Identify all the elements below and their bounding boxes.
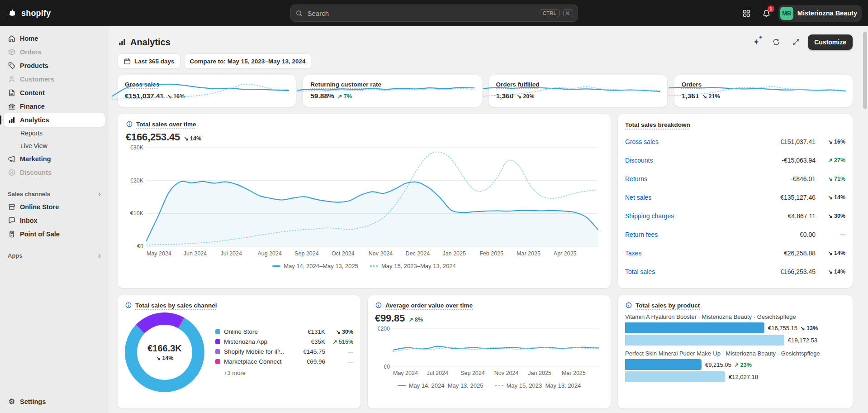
metric-card-orders-fulfilled[interactable]: Orders fulfilled 1,360 ↘ 20% [489, 75, 667, 107]
apps-header[interactable]: Apps › [4, 249, 105, 262]
breakdown-link[interactable]: Taxes [625, 250, 784, 257]
search-input[interactable] [307, 9, 536, 18]
date-range-button[interactable]: Last 365 days [118, 53, 180, 69]
sidebar-item-products[interactable]: Products [4, 59, 105, 72]
legend-label: May 15, 2023–May 13, 2024 [507, 382, 581, 389]
sidebar-item-inbox[interactable]: Inbox [4, 214, 105, 227]
card-title-row: Average order value over time [375, 302, 603, 309]
sidebar-item-label: Content [20, 89, 45, 96]
sidebar-item-orders[interactable]: Orders [4, 45, 105, 59]
breakdown-link[interactable]: Discounts [625, 157, 782, 164]
sidebar-item-settings[interactable]: ⚙ Settings [4, 395, 105, 408]
notifications-button[interactable]: 1 [759, 5, 775, 21]
donut-change: ↘ 14% [156, 355, 174, 361]
refresh-compare-button[interactable] [768, 34, 784, 50]
sidebar-item-finance[interactable]: Finance [4, 100, 105, 113]
product-bar-current[interactable] [625, 322, 764, 333]
breakdown-row: Returns -€846.01 ↘ 71% [625, 169, 845, 188]
average-order-value-card: Average order value over time €99.85 ↗ 8… [368, 295, 611, 408]
page-scrollbar[interactable] [863, 28, 867, 411]
product-bar-previous[interactable] [625, 335, 784, 346]
page-actions: Customize [748, 34, 853, 50]
metric-card-returning-customer-rate[interactable]: Returning customer rate 59.88% ↗ 7% [303, 75, 481, 107]
breakdown-link[interactable]: Net sales [625, 194, 780, 201]
breakdown-change: — [816, 231, 845, 238]
sidebar-item-live-view[interactable]: Live View [4, 139, 105, 152]
sidebar-item-reports[interactable]: Reports [4, 127, 105, 139]
metric-card-orders[interactable]: Orders 1,361 ↘ 21% [674, 75, 853, 107]
global-search[interactable]: CTRL K [290, 5, 578, 22]
sidebar-item-label: Online Store [20, 203, 59, 211]
new-feature-dot [759, 35, 763, 39]
sidebar-nav: Home Orders Products Customers Content F… [4, 32, 105, 262]
sidebar-item-home[interactable]: Home [4, 32, 105, 45]
shopify-logo[interactable]: shopify [0, 8, 109, 18]
chat-icon [8, 216, 16, 225]
breakdown-row: Net sales €135,127.46 ↘ 14% [625, 188, 845, 206]
fullscreen-button[interactable] [788, 34, 804, 50]
compare-button[interactable]: Compare to: May 15, 2023–May 13, 2024 [184, 53, 312, 69]
store-menu[interactable]: MB Misteriozna Beauty [778, 5, 862, 22]
section-title: Apps [8, 252, 23, 259]
info-icon[interactable] [125, 302, 132, 309]
donut-center: €166.3K ↘ 14% [137, 325, 192, 380]
product-bar-row: €19,172.53 [625, 335, 845, 346]
channel-value: €35K [311, 338, 325, 345]
gear-icon: ⚙ [8, 398, 16, 405]
sidebar-item-label: Analytics [20, 116, 49, 124]
product-name: Perfect Skin Mineral Puder Make-Up · Mis… [625, 350, 845, 357]
svg-text:€20K: €20K [130, 178, 144, 184]
svg-text:€10K: €10K [130, 210, 144, 216]
sidebar-item-content[interactable]: Content [4, 86, 105, 100]
svg-text:Mar 2025: Mar 2025 [517, 250, 541, 257]
legend-previous-period: May 15, 2023–May 13, 2024 [370, 263, 456, 269]
page-header: Analytics Customize [118, 33, 853, 52]
chevron-right-icon: › [98, 190, 101, 198]
svg-text:Jan 2025: Jan 2025 [528, 370, 551, 376]
channel-legend-row[interactable]: Marketplace Connect €69.96 — [215, 358, 353, 365]
more-channels-link[interactable]: +3 more [215, 370, 353, 376]
product-bar-current[interactable] [625, 359, 702, 370]
sidebar-item-customers[interactable]: Customers [4, 72, 105, 86]
info-icon[interactable] [126, 120, 133, 128]
info-icon[interactable] [625, 302, 632, 309]
product-bar-previous[interactable] [625, 371, 725, 382]
channel-content: €166.3K ↘ 14% Online Store €131K ↘ 30% M… [125, 312, 353, 392]
filter-bar: Last 365 days Compare to: May 15, 2023–M… [118, 53, 853, 69]
info-icon[interactable] [375, 302, 382, 309]
channel-legend-row[interactable]: Shopify Mobile for iP... €145.75 — [215, 348, 353, 355]
sidebar-item-point-of-sale[interactable]: Point of Sale [4, 227, 105, 241]
product-bar-row: €12,027.18 [625, 371, 845, 382]
sales-channels-header[interactable]: Sales channels › [4, 187, 105, 200]
sidebar-item-marketing[interactable]: Marketing [4, 152, 105, 166]
metric-card-gross-sales[interactable]: Gross sales €151,037.41 ↘ 16% [118, 75, 296, 107]
channel-change: ↘ 30% [329, 328, 353, 335]
aov-line-chart[interactable]: €0€200May 2024Jul 2024Sep 2024Nov 2024Ja… [375, 325, 603, 379]
sidebar-item-online-store[interactable]: Online Store [4, 200, 105, 214]
channel-swatch [215, 329, 220, 334]
donut-total: €166.3K [147, 343, 182, 354]
breakdown-link[interactable]: Shipping charges [625, 212, 788, 220]
sidebar-item-discounts[interactable]: Discounts [4, 166, 105, 179]
channel-change: — [329, 349, 353, 355]
insights-button[interactable] [748, 34, 764, 50]
breakdown-change: ↘ 16% [816, 138, 845, 145]
breakdown-link[interactable]: Total sales [625, 268, 780, 275]
breakdown-link[interactable]: Returns [625, 175, 791, 182]
channel-legend-row[interactable]: Online Store €131K ↘ 30% [215, 328, 353, 335]
breakdown-value: -€846.01 [791, 175, 816, 182]
scrollbar-thumb[interactable] [863, 32, 867, 109]
compare-label: Compare to: May 15, 2023–May 13, 2024 [190, 58, 306, 65]
channel-legend-row[interactable]: Misteriozna App €35K ↗ 515% [215, 338, 353, 345]
breakdown-link[interactable]: Return fees [625, 231, 800, 238]
connected-apps-button[interactable] [739, 5, 755, 21]
customers-icon [8, 75, 16, 83]
dotted-line-swatch [495, 385, 503, 386]
total-sales-line-chart[interactable]: €0€10K€20K€30KMay 2024Jun 2024Jul 2024Au… [126, 144, 602, 260]
sidebar-item-analytics[interactable]: Analytics [4, 113, 105, 127]
breakdown-link[interactable]: Gross sales [625, 138, 780, 145]
sidebar-item-label: Marketing [20, 155, 51, 163]
orders-icon [8, 48, 16, 56]
customize-button[interactable]: Customize [808, 34, 853, 50]
channel-swatch [215, 349, 220, 354]
